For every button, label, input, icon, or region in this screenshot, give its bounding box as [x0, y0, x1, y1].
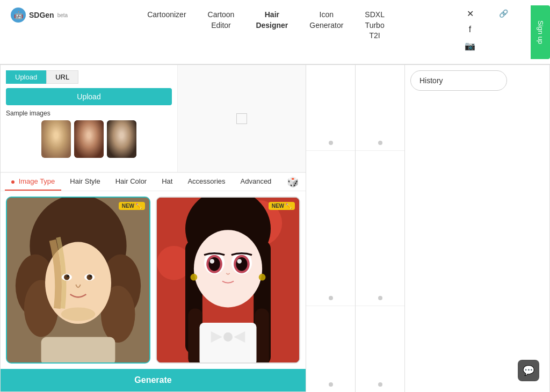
- upload-tab[interactable]: Upload: [6, 70, 46, 84]
- social-links: ✕ f 📷: [464, 5, 476, 52]
- gallery-item-anime[interactable]: NEW✏️: [156, 197, 300, 364]
- placeholder-dot-5: [378, 296, 382, 300]
- tabs-row: Image Type Hair Style Hair Color Hat Acc…: [1, 172, 306, 191]
- instagram-icon[interactable]: 📷: [464, 40, 476, 52]
- placeholder-dot-3: [329, 382, 333, 387]
- svg-point-31: [210, 259, 214, 263]
- beta-badge: beta: [57, 12, 68, 18]
- upload-left: Upload URL Upload Sample images: [1, 65, 178, 172]
- sample-face-2: [74, 120, 104, 158]
- x-twitter-icon[interactable]: ✕: [464, 8, 476, 19]
- main-content: Upload URL Upload Sample images: [0, 64, 550, 392]
- svg-rect-35: [200, 323, 257, 362]
- mid-col-1-lower: [306, 306, 355, 392]
- svg-point-9: [64, 274, 70, 280]
- link-icon: 🔗: [497, 8, 509, 19]
- upload-drop-area[interactable]: [236, 113, 247, 124]
- realistic-new-badge: NEW✏️: [119, 202, 145, 210]
- dice-button[interactable]: 🎲: [284, 173, 301, 191]
- nav-hair-designer[interactable]: HairDesigner: [256, 10, 288, 41]
- nav-sdxl[interactable]: SDXLTurboT2I: [365, 10, 385, 41]
- generate-button[interactable]: Generate: [1, 369, 306, 391]
- svg-point-30: [236, 257, 247, 271]
- history-panel: History: [405, 64, 550, 392]
- active-tab-dot: [11, 180, 15, 184]
- sample-image-2[interactable]: [74, 120, 104, 158]
- svg-point-38: [223, 332, 233, 342]
- history-label: History: [410, 70, 507, 91]
- realistic-portrait: [7, 198, 149, 362]
- svg-point-13: [61, 307, 96, 321]
- image-gallery: NEW✏️: [1, 191, 306, 369]
- svg-point-11: [67, 275, 69, 277]
- nav-links: Cartoonizer CartoonEditor HairDesigner I…: [89, 5, 443, 41]
- nav-icon-generator[interactable]: IconGenerator: [309, 10, 343, 41]
- upload-button[interactable]: Upload: [6, 88, 172, 105]
- tab-hair-style[interactable]: Hair Style: [63, 173, 106, 191]
- upload-preview-area[interactable]: [178, 65, 306, 172]
- left-panel: Upload URL Upload Sample images: [0, 64, 306, 392]
- url-tab[interactable]: URL: [46, 70, 78, 84]
- mid-col-1-mid: [306, 151, 355, 306]
- mid-col-1-bottom: [306, 151, 355, 392]
- svg-point-24: [194, 230, 262, 307]
- nav-cartoon-editor[interactable]: CartoonEditor: [208, 10, 235, 41]
- sample-face-1: [41, 120, 71, 158]
- middle-columns: [306, 64, 405, 392]
- mid-col-2-mid: [356, 151, 404, 306]
- svg-point-32: [237, 259, 241, 263]
- logo-text: SDGen: [29, 11, 54, 19]
- svg-rect-23: [255, 309, 269, 363]
- svg-point-33: [191, 274, 198, 281]
- svg-point-12: [90, 275, 92, 277]
- sample-label: Sample images: [6, 110, 50, 117]
- middle-col-1: [306, 65, 356, 392]
- placeholder-dot-1: [329, 141, 333, 145]
- tab-accessories[interactable]: Accessories: [181, 173, 231, 191]
- tab-image-type[interactable]: Image Type: [5, 173, 61, 191]
- anime-new-badge: NEW✏️: [269, 202, 295, 210]
- facebook-icon[interactable]: f: [464, 24, 476, 35]
- mid-col-2-lower: [356, 306, 404, 392]
- svg-point-34: [259, 274, 266, 281]
- sample-images: [41, 120, 136, 158]
- svg-point-10: [86, 274, 92, 280]
- svg-point-29: [208, 257, 220, 271]
- tab-advanced[interactable]: Advanced: [234, 173, 278, 191]
- upload-section: Upload URL Upload Sample images: [1, 65, 306, 172]
- tab-hair-color[interactable]: Hair Color: [109, 173, 154, 191]
- sample-image-3[interactable]: [107, 120, 136, 158]
- nav-cartoonizer[interactable]: Cartoonizer: [147, 10, 186, 41]
- placeholder-dot-4: [378, 141, 382, 145]
- anime-portrait: [157, 198, 299, 362]
- gallery-item-realistic[interactable]: NEW✏️: [6, 197, 150, 364]
- logo: 🤖 SDGen beta: [11, 8, 68, 23]
- mid-col-2-bottom: [356, 151, 404, 392]
- middle-col-2: [356, 65, 404, 392]
- placeholder-dot-6: [378, 382, 382, 387]
- upload-tabs: Upload URL: [6, 70, 78, 84]
- sample-image-1[interactable]: [41, 120, 71, 158]
- svg-rect-14: [41, 337, 115, 363]
- chat-button[interactable]: 💬: [518, 360, 539, 381]
- sample-face-3: [107, 120, 136, 158]
- signup-button[interactable]: Sign up: [531, 5, 550, 59]
- tab-hat[interactable]: Hat: [155, 173, 179, 191]
- mid-col-1-top: [306, 65, 355, 151]
- top-navigation: 🤖 SDGen beta Cartoonizer CartoonEditor H…: [0, 0, 550, 64]
- logo-icon: 🤖: [11, 8, 26, 23]
- mid-col-2-top: [356, 65, 404, 151]
- placeholder-dot-2: [329, 296, 333, 300]
- chat-icon: 💬: [523, 365, 534, 376]
